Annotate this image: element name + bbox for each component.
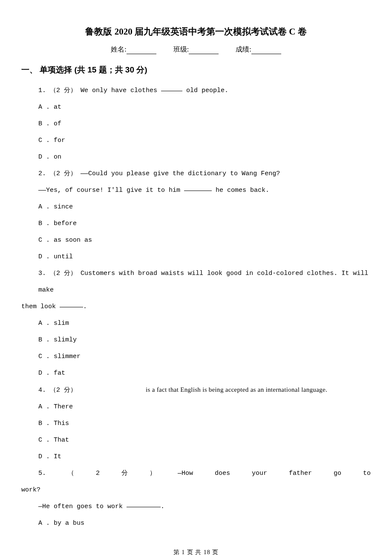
q5-line3-before: —He often goes to work (38, 503, 127, 510)
q1-num: 1. (38, 87, 46, 94)
q5-num: 5. (38, 465, 46, 482)
q2-blank[interactable] (184, 191, 212, 191)
q2-points: （2 分） (50, 170, 77, 177)
q3-option-c[interactable]: C . slimmer (38, 348, 371, 365)
q2-text: ——Could you please give the dictionary t… (81, 170, 280, 177)
footer-mid: 页 共 (185, 549, 204, 555)
q5-points-open: （ (68, 465, 74, 482)
exam-title: 鲁教版 2020 届九年级英语中考第一次模拟考试试卷 C 卷 (21, 26, 371, 38)
q4-points: （2 分） (50, 387, 77, 394)
q4-option-b[interactable]: B . This (38, 415, 371, 432)
q1-blank[interactable] (161, 91, 182, 91)
q2-option-b[interactable]: B . before (38, 215, 371, 232)
q3-option-d[interactable]: D . fat (38, 365, 371, 382)
q3-line2-before: them look (21, 303, 60, 310)
q5-line3-after: . (161, 503, 164, 510)
q2-line2-after: he comes back. (212, 187, 269, 194)
q5-w3: your (252, 465, 267, 482)
q4-option-a[interactable]: A . There (38, 399, 371, 415)
question-5-line3: —He often goes to work . (38, 498, 371, 515)
section-title: 单项选择 (共 15 题；共 30 分) (40, 65, 147, 74)
question-4: 4. （2 分） is a fact that English is being… (38, 382, 371, 399)
q1-option-c[interactable]: C . for (38, 132, 371, 149)
name-blank[interactable] (127, 54, 156, 54)
q5-points-unit: 分 (121, 465, 128, 482)
section-number: 一、 (21, 65, 37, 74)
section-header: 一、 单项选择 (共 15 题；共 30 分) (21, 64, 371, 75)
page-footer: 第 1 页 共 18 页 (21, 549, 371, 555)
q3-blank[interactable] (60, 307, 83, 307)
q2-option-c[interactable]: C . as soon as (38, 232, 371, 249)
class-blank[interactable] (189, 54, 219, 54)
q5-w4: father (289, 465, 312, 482)
q3-option-b[interactable]: B . slimly (38, 332, 371, 348)
q2-num: 2. (38, 170, 46, 177)
q5-points-close: ） (150, 465, 156, 482)
footer-total: 18 (204, 549, 210, 555)
q1-option-d[interactable]: D . on (38, 149, 371, 165)
q1-points: （2 分） (50, 87, 77, 94)
name-label: 姓名: (111, 46, 126, 53)
question-2: 2. （2 分） ——Could you please give the dic… (38, 165, 371, 182)
q4-option-d[interactable]: D . It (38, 448, 371, 465)
student-info-row: 姓名: 班级: 成绩: (21, 45, 371, 54)
q5-points-num: 2 (96, 465, 100, 482)
q5-option-a[interactable]: A . by a bus (38, 515, 371, 532)
question-1: 1. （2 分） We only have clothes old people… (38, 82, 371, 99)
class-label: 班级: (173, 46, 189, 53)
question-2-line2: ——Yes, of course! I'll give it to him he… (38, 182, 371, 199)
q4-num: 4. (38, 387, 46, 394)
question-3-line2: them look . (21, 298, 371, 315)
q3-option-a[interactable]: A . slim (38, 315, 371, 332)
q1-text-after: old people. (182, 87, 228, 94)
footer-suffix: 页 (210, 549, 219, 555)
q3-line2-after: . (83, 303, 87, 310)
score-blank[interactable] (251, 54, 281, 54)
score-label: 成绩: (236, 46, 251, 53)
q5-w6: to (363, 465, 371, 482)
footer-prefix: 第 (173, 549, 182, 555)
q4-text: is a fact that English is being accepted… (146, 386, 327, 393)
q5-blank[interactable] (127, 507, 161, 507)
q2-line2-before: ——Yes, of course! I'll give it to him (38, 187, 184, 194)
question-3: 3. （2 分） Customers with broad waists wil… (38, 265, 371, 298)
q2-option-a[interactable]: A . since (38, 199, 371, 215)
q2-option-d[interactable]: D . until (38, 249, 371, 265)
q5-w1: —How (178, 465, 193, 482)
q5-w2: does (215, 465, 230, 482)
q1-option-b[interactable]: B . of (38, 116, 371, 132)
question-5: 5. （ 2 分 ） —How does your father go to (21, 465, 371, 482)
question-5-line2: work? (21, 482, 371, 498)
q3-points: （2 分） (50, 270, 77, 277)
q1-text-before: We only have clothes (81, 87, 161, 94)
q3-num: 3. (38, 270, 46, 277)
q5-w5: go (334, 465, 341, 482)
q4-option-c[interactable]: C . That (38, 432, 371, 448)
q1-option-a[interactable]: A . at (38, 99, 371, 116)
q3-text: Customers with broad waists will look go… (38, 270, 368, 294)
